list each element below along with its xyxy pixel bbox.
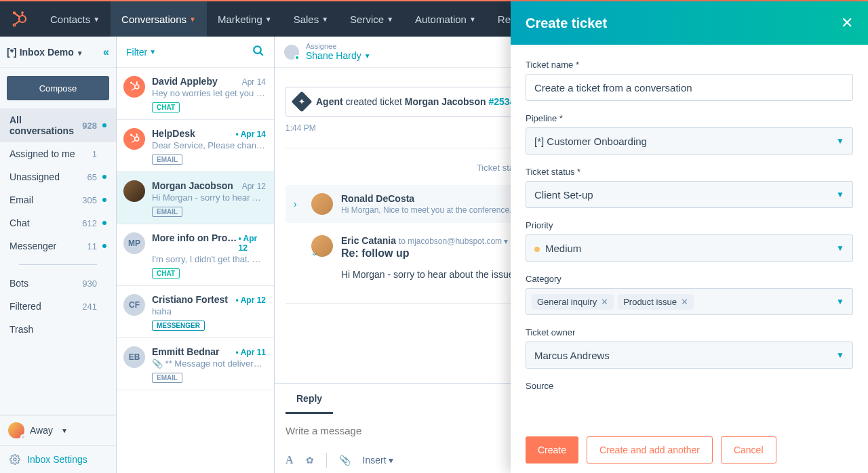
assignee-label: Assignee <box>306 43 371 50</box>
nav-automation[interactable]: Automation ▼ <box>404 1 487 37</box>
conversation-item[interactable]: MPMore info on Produ...Apr 12I'm sorry, … <box>117 224 274 286</box>
reply-tab[interactable]: Reply <box>285 384 333 414</box>
svg-point-20 <box>130 134 132 136</box>
category-label: Category <box>526 274 853 284</box>
attachment-icon[interactable]: 📎 <box>339 455 351 466</box>
sidebar-view[interactable]: Unassigned65 <box>0 165 116 188</box>
svg-point-16 <box>135 137 139 141</box>
ticket-name-label: Ticket name * <box>526 60 853 70</box>
conversation-avatar-icon <box>123 76 145 98</box>
insert-menu[interactable]: Insert ▾ <box>363 455 394 466</box>
nav-service[interactable]: Service ▼ <box>339 1 404 37</box>
svg-line-11 <box>132 83 135 85</box>
panel-title: Create ticket <box>526 16 607 31</box>
conversation-item[interactable]: HelpDeskApr 14Dear Service, Please chang… <box>117 120 274 172</box>
nav-conversations[interactable]: Conversations ▼ <box>111 1 207 37</box>
conversation-item[interactable]: EBEmmitt BednarApr 11📎 ** Message not de… <box>117 338 274 390</box>
chip-remove-icon[interactable]: ✕ <box>601 297 608 307</box>
svg-point-7 <box>14 458 16 461</box>
nav-contacts[interactable]: Contacts ▼ <box>39 1 111 37</box>
gear-icon <box>9 454 20 465</box>
sidebar-view[interactable]: Filtered241 <box>0 295 116 318</box>
sidebar-view[interactable]: Chat612 <box>0 211 116 234</box>
svg-line-9 <box>260 52 263 56</box>
inbox-sidebar: [*] Inbox Demo▼ « Compose All conversati… <box>0 37 117 473</box>
close-icon[interactable]: ✕ <box>841 16 853 30</box>
source-label: Source <box>526 381 853 391</box>
svg-line-1 <box>15 14 20 17</box>
sidebar-view[interactable]: All conversations928 <box>0 108 116 142</box>
sidebar-view[interactable]: Bots930 <box>0 272 116 295</box>
create-and-add-another-button[interactable]: Create and add another <box>587 436 713 464</box>
svg-line-18 <box>132 140 135 142</box>
svg-line-2 <box>15 21 20 24</box>
conversation-avatar-icon: MP <box>123 232 145 254</box>
collapse-sidebar-icon[interactable]: « <box>103 46 109 58</box>
inbox-settings-link[interactable]: Inbox Settings <box>0 445 116 473</box>
svg-line-12 <box>132 88 135 90</box>
assignee-selector[interactable]: Shane Hardy▼ <box>306 50 371 61</box>
conversation-avatar-icon <box>123 180 145 202</box>
ticket-icon: ✦ <box>291 91 312 112</box>
search-icon[interactable] <box>252 45 264 59</box>
ticket-owner-label: Ticket owner <box>526 327 853 337</box>
sidebar-view[interactable]: Messenger11 <box>0 234 116 258</box>
svg-point-14 <box>130 82 132 84</box>
svg-point-10 <box>135 85 139 89</box>
cancel-button[interactable]: Cancel <box>721 436 776 464</box>
sidebar-view[interactable]: Trash <box>0 318 116 341</box>
svg-point-15 <box>136 81 138 83</box>
conversation-item[interactable]: CFCristiano FortestApr 12hahaMESSENGER <box>117 286 274 338</box>
conversation-item[interactable]: David ApplebyApr 14Hey no worries let ge… <box>117 68 274 120</box>
svg-point-0 <box>19 16 26 22</box>
category-multiselect[interactable]: General inquiry ✕Product issue ✕▼ <box>526 288 853 315</box>
svg-point-4 <box>13 12 16 14</box>
presence-label: Away <box>30 425 53 436</box>
filter-button[interactable]: Filter▼ <box>126 47 156 58</box>
create-button[interactable]: Create <box>526 436 578 464</box>
chevron-right-icon[interactable]: › <box>294 199 303 209</box>
sidebar-view[interactable]: Email305 <box>0 188 116 211</box>
assignee-avatar-icon <box>284 45 299 60</box>
sidebar-view[interactable]: Assigned to me1 <box>0 142 116 165</box>
personalize-icon[interactable]: ✿ <box>306 455 314 466</box>
user-avatar-icon <box>8 422 24 438</box>
ticket-owner-select[interactable]: Marcus Andrews▼ <box>526 342 853 369</box>
category-chip[interactable]: General inquiry ✕ <box>532 294 614 310</box>
svg-point-5 <box>13 24 15 26</box>
nav-marketing[interactable]: Marketing ▼ <box>207 1 283 37</box>
inbox-settings-label: Inbox Settings <box>27 454 87 465</box>
svg-line-17 <box>132 136 135 138</box>
conversation-avatar-icon <box>123 128 145 150</box>
sender-avatar-icon <box>311 193 333 215</box>
font-format-icon[interactable]: A <box>285 454 294 466</box>
svg-point-8 <box>254 46 261 54</box>
conversation-avatar-icon: EB <box>123 346 145 368</box>
create-ticket-panel: Create ticket ✕ Ticket name * Pipeline *… <box>511 1 868 473</box>
chevron-down-icon[interactable]: › <box>276 253 321 262</box>
ticket-name-input[interactable] <box>526 74 853 101</box>
nav-sales[interactable]: Sales ▼ <box>283 1 339 37</box>
svg-point-21 <box>136 133 138 135</box>
presence-selector[interactable]: Away ▼ <box>0 415 116 445</box>
inbox-selector[interactable]: [*] Inbox Demo▼ <box>7 47 83 58</box>
priority-label: Priority <box>526 220 853 230</box>
pipeline-label: Pipeline * <box>526 113 853 123</box>
ticket-status-label: Ticket status * <box>526 167 853 177</box>
sender-name: Eric Catania <box>341 235 396 246</box>
pipeline-select[interactable]: [*] Customer Onboarding▼ <box>526 127 853 155</box>
recipient[interactable]: to mjacobson@hubspot.com ▾ <box>399 236 509 246</box>
category-chip[interactable]: Product issue ✕ <box>618 294 694 310</box>
compose-button[interactable]: Compose <box>7 76 109 100</box>
priority-select[interactable]: Medium▼ <box>526 234 853 262</box>
conversation-list: Filter▼ David ApplebyApr 14Hey no worrie… <box>117 37 275 473</box>
hubspot-logo-icon <box>11 11 27 27</box>
conversation-item[interactable]: Morgan JacobsonApr 12Hi Morgan - sorry t… <box>117 172 274 224</box>
conversation-avatar-icon: CF <box>123 294 145 316</box>
svg-point-6 <box>21 12 24 14</box>
ticket-status-select[interactable]: Client Set-up▼ <box>526 181 853 208</box>
chip-remove-icon[interactable]: ✕ <box>681 297 688 307</box>
